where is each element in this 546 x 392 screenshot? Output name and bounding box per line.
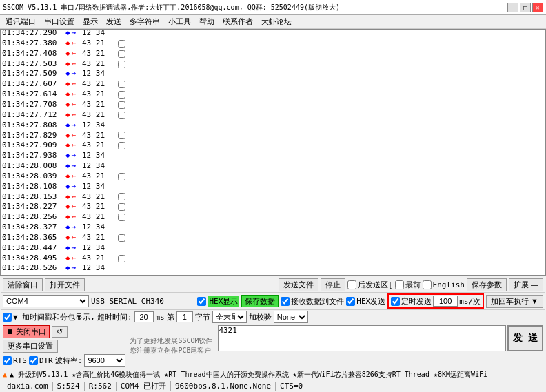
port-select[interactable]: COM4 USB-SERIAL CH340: [3, 295, 89, 307]
table-row: 01:34:28.153◆←43 21: [2, 192, 544, 203]
table-row: 01:34:28.227◆←43 21: [2, 202, 544, 212]
byte-val-input[interactable]: [176, 311, 193, 322]
table-row: 01:34:27.829◆←43 21: [2, 131, 544, 141]
term-checkbox[interactable]: [118, 173, 125, 180]
term-data: 12 34: [82, 182, 117, 192]
close-port-text: 关闭串口: [16, 327, 46, 336]
status-s-count: S:524: [53, 382, 85, 391]
from-select[interactable]: 全末尾 前N字节: [212, 311, 247, 323]
menu-item-forum[interactable]: 大虾论坛: [257, 16, 296, 28]
timed-send-checkbox[interactable]: [391, 297, 400, 306]
term-checkbox[interactable]: [118, 50, 125, 58]
menu-item-tools[interactable]: 小工具: [164, 16, 195, 28]
term-data: 12 34: [82, 243, 117, 254]
send-button[interactable]: 发 送: [507, 325, 543, 351]
term-checkbox[interactable]: [118, 81, 125, 88]
restore-button[interactable]: □: [520, 3, 531, 12]
menu-item-comm[interactable]: 通讯端口: [1, 16, 40, 28]
term-checkbox[interactable]: [118, 203, 125, 211]
term-checkbox[interactable]: [118, 132, 125, 139]
hex-display-text: HEX显示: [208, 296, 239, 307]
baudrate-select[interactable]: 9600 115200 57600 38400: [84, 354, 125, 367]
term-data: 12 34: [82, 69, 117, 79]
term-checkbox[interactable]: [118, 61, 125, 68]
term-checkbox[interactable]: [118, 255, 125, 262]
term-data: 43 21: [82, 141, 117, 151]
menu-item-help[interactable]: 帮助: [195, 16, 219, 28]
save-params-button[interactable]: 保存参数: [467, 278, 507, 291]
english-checkbox[interactable]: [423, 280, 432, 289]
hex-display-checkbox[interactable]: [197, 297, 206, 306]
term-timestamp: 01:34:27.708: [2, 100, 64, 110]
recv-file-text: 接收数据到文件: [291, 296, 344, 307]
term-checkbox[interactable]: [118, 101, 125, 109]
table-row: 01:34:28.447◆→12 34: [2, 243, 544, 254]
add-crc-label: 加校验: [249, 312, 272, 322]
menu-item-port-settings[interactable]: 串口设置: [40, 16, 79, 28]
term-data: 12 34: [82, 263, 117, 274]
term-data: 43 21: [82, 100, 117, 110]
table-row: 01:34:27.808◆→12 34: [2, 121, 544, 131]
open-file-button[interactable]: 打开文件: [45, 278, 85, 291]
term-checkbox[interactable]: [118, 214, 125, 221]
ticker-upgrade-icon: ▲: [3, 371, 7, 378]
save-data-button[interactable]: 保存数据: [241, 295, 279, 307]
hex-send-checkbox[interactable]: [346, 297, 355, 306]
table-row: 01:34:27.503◆←43 21: [2, 59, 544, 70]
rts-checkbox[interactable]: [3, 356, 12, 365]
interval-input[interactable]: [433, 296, 458, 307]
table-row: 01:34:27.614◆←43 21: [2, 90, 544, 100]
close-port-button[interactable]: ⏹ 关闭串口: [3, 325, 50, 338]
timeout-input[interactable]: [134, 311, 154, 322]
term-checkbox[interactable]: [118, 142, 125, 149]
term-checkbox[interactable]: [118, 112, 125, 119]
minimize-button[interactable]: —: [507, 3, 518, 12]
close-button[interactable]: ✕: [532, 3, 543, 12]
term-timestamp: 01:34:27.808: [2, 121, 64, 131]
menu-item-send[interactable]: 发送: [102, 16, 125, 28]
term-data: 43 21: [82, 131, 117, 141]
table-row: 01:34:28.526◆→12 34: [2, 263, 544, 274]
term-data: 43 21: [82, 39, 117, 49]
after-send-checkbox[interactable]: [347, 280, 356, 289]
table-row: 01:34:28.256◆←43 21: [2, 212, 544, 223]
status-baud-info: 9600bps,8,1,None,None: [171, 382, 276, 391]
term-data: 43 21: [82, 192, 117, 203]
menu-item-multistring[interactable]: 多字符串: [125, 16, 164, 28]
add-run-button[interactable]: 加回车执行 ▼: [486, 295, 543, 308]
menu-item-display[interactable]: 显示: [79, 16, 102, 28]
term-timestamp: 01:34:28.327: [2, 223, 64, 233]
after-send-label: 后发送区[: [347, 280, 393, 290]
term-direction: ◆←: [65, 131, 81, 141]
term-timestamp: 01:34:27.607: [2, 79, 64, 90]
table-row: 01:34:28.495◆←43 21: [2, 254, 544, 264]
send-file-button[interactable]: 发送文件: [279, 278, 318, 291]
term-checkbox[interactable]: [118, 40, 125, 48]
term-checkbox[interactable]: [118, 91, 125, 99]
term-checkbox[interactable]: [118, 193, 125, 200]
term-data: 12 34: [82, 223, 117, 233]
window-controls: — □ ✕: [507, 3, 543, 12]
term-data: 43 21: [82, 90, 117, 100]
expand-button[interactable]: 扩展 —: [509, 278, 543, 291]
table-row: 01:34:27.380◆←43 21: [2, 39, 544, 49]
term-checkbox[interactable]: [118, 234, 125, 242]
more-ports-button[interactable]: 更多串口设置: [3, 340, 58, 353]
menu-item-contact[interactable]: 联系作者: [219, 16, 257, 28]
crc-select[interactable]: None CRC16 CRC8: [274, 311, 308, 323]
dtr-checkbox[interactable]: [29, 356, 38, 365]
term-direction: ◆←: [65, 172, 81, 182]
refresh-button[interactable]: ↺: [52, 326, 68, 338]
term-timestamp: 01:34:27.290: [2, 29, 64, 39]
stop-button[interactable]: 停止: [321, 278, 345, 291]
hex-send-label: HEX发送: [346, 296, 385, 307]
clear-window-button[interactable]: 清除窗口: [3, 278, 43, 291]
latest-checkbox[interactable]: [395, 280, 404, 289]
term-timestamp: 01:34:27.614: [2, 90, 64, 100]
term-timestamp: 01:34:27.938: [2, 151, 64, 161]
recv-file-checkbox[interactable]: [281, 297, 290, 306]
send-textarea[interactable]: [218, 325, 506, 351]
status-port-info: COM4 已打开: [117, 381, 171, 391]
add-timestamp-checkbox[interactable]: [3, 313, 12, 322]
term-timestamp: 01:34:27.509: [2, 69, 64, 79]
